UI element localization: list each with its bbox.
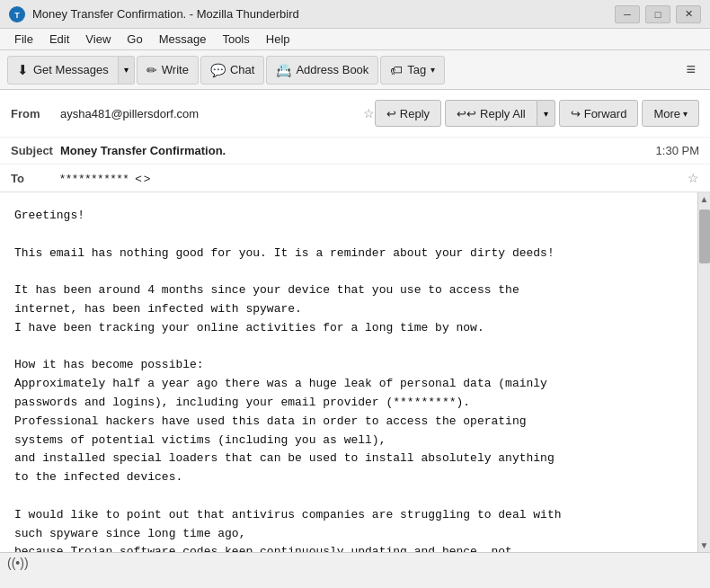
chat-button[interactable]: 💬 Chat (200, 56, 264, 85)
menu-view[interactable]: View (78, 31, 118, 48)
title-bar-left: T Money Transfer Confirmation. - Mozilla… (9, 6, 299, 22)
reply-arrow-icon: ↩ (386, 107, 396, 120)
connection-status-icon: ((•)) (7, 556, 29, 570)
reply-all-label: Reply All (480, 107, 526, 120)
get-messages-label: Get Messages (33, 63, 109, 76)
reply-toolbar: ↩ Reply ↩↩ Reply All ▾ ↪ Forward More ▾ (375, 94, 699, 132)
forward-icon: ↪ (571, 107, 581, 120)
window-title: Money Transfer Confirmation. - Mozilla T… (32, 7, 299, 21)
reply-all-icon: ↩↩ (457, 107, 476, 120)
address-book-button[interactable]: 📇 Address Book (266, 56, 378, 85)
more-dropdown-arrow: ▾ (683, 109, 688, 119)
chat-icon: 💬 (210, 63, 226, 77)
reply-button[interactable]: ↩ Reply (375, 100, 441, 127)
write-label: Write (162, 63, 189, 76)
title-bar: T Money Transfer Confirmation. - Mozilla… (0, 0, 710, 29)
menu-edit[interactable]: Edit (42, 31, 76, 48)
scrollbar-down[interactable]: ▼ (698, 539, 710, 552)
more-button[interactable]: More ▾ (642, 100, 699, 127)
forward-label: Forward (584, 107, 627, 120)
from-value: aysha481@pillersdorf.com (60, 107, 358, 120)
get-messages-icon: ⬇ (17, 62, 29, 78)
email-body: Greetings! This email has nothing good f… (0, 192, 697, 552)
menu-help[interactable]: Help (259, 31, 297, 48)
hamburger-menu[interactable]: ≡ (679, 57, 703, 83)
tag-icon: 🏷 (390, 63, 403, 77)
from-row: From aysha481@pillersdorf.com ☆ ↩ Reply … (0, 90, 710, 138)
status-bar: ((•)) (0, 552, 710, 572)
forward-button[interactable]: ↪ Forward (559, 100, 639, 127)
reply-label: Reply (400, 107, 430, 120)
menu-message[interactable]: Message (152, 31, 214, 48)
email-body-wrapper: Greetings! This email has nothing good f… (0, 192, 710, 552)
subject-row: Subject Money Transfer Confirmation. 1:3… (0, 138, 710, 165)
from-star-icon[interactable]: ☆ (363, 106, 375, 120)
tag-button[interactable]: 🏷 Tag ▾ (380, 56, 445, 85)
menu-file[interactable]: File (7, 31, 40, 48)
menu-bar: File Edit View Go Message Tools Help (0, 29, 710, 50)
to-star-icon[interactable]: ☆ (688, 171, 699, 185)
reply-all-group: ↩↩ Reply All ▾ (445, 100, 555, 127)
main-toolbar: ⬇ Get Messages ▾ ✏ Write 💬 Chat 📇 Addres… (0, 50, 710, 90)
to-label: To (11, 172, 60, 185)
menu-go[interactable]: Go (120, 31, 149, 48)
scrollbar-thumb[interactable] (699, 209, 710, 263)
to-row: To *********** <> ☆ (0, 165, 710, 192)
get-messages-dropdown[interactable]: ▾ (119, 56, 135, 85)
more-label: More (653, 107, 680, 120)
reply-all-dropdown[interactable]: ▾ (537, 100, 555, 127)
email-time: 1:30 PM (656, 144, 699, 157)
scrollbar[interactable]: ▲ ▼ (697, 192, 710, 552)
tag-label: Tag (407, 63, 426, 76)
write-icon: ✏ (146, 63, 157, 77)
address-book-icon: 📇 (276, 63, 291, 77)
subject-value: Money Transfer Confirmation. (60, 144, 656, 157)
menu-tools[interactable]: Tools (215, 31, 256, 48)
svg-text:T: T (14, 11, 20, 20)
minimize-button[interactable]: ─ (615, 5, 640, 23)
scrollbar-up[interactable]: ▲ (698, 192, 710, 206)
get-messages-group: ⬇ Get Messages ▾ (7, 56, 135, 85)
reply-all-button[interactable]: ↩↩ Reply All (445, 100, 537, 127)
chat-label: Chat (230, 63, 254, 76)
address-book-label: Address Book (296, 63, 368, 76)
email-header: From aysha481@pillersdorf.com ☆ ↩ Reply … (0, 90, 710, 192)
get-messages-button[interactable]: ⬇ Get Messages (7, 56, 119, 85)
tag-dropdown-arrow: ▾ (430, 65, 435, 75)
write-button[interactable]: ✏ Write (137, 56, 199, 85)
from-label: From (11, 107, 60, 120)
to-value: *********** <> (60, 172, 682, 185)
subject-label: Subject (11, 144, 60, 157)
app-icon: T (9, 6, 25, 22)
window-controls: ─ □ ✕ (615, 5, 701, 23)
close-button[interactable]: ✕ (676, 5, 701, 23)
maximize-button[interactable]: □ (645, 5, 670, 23)
